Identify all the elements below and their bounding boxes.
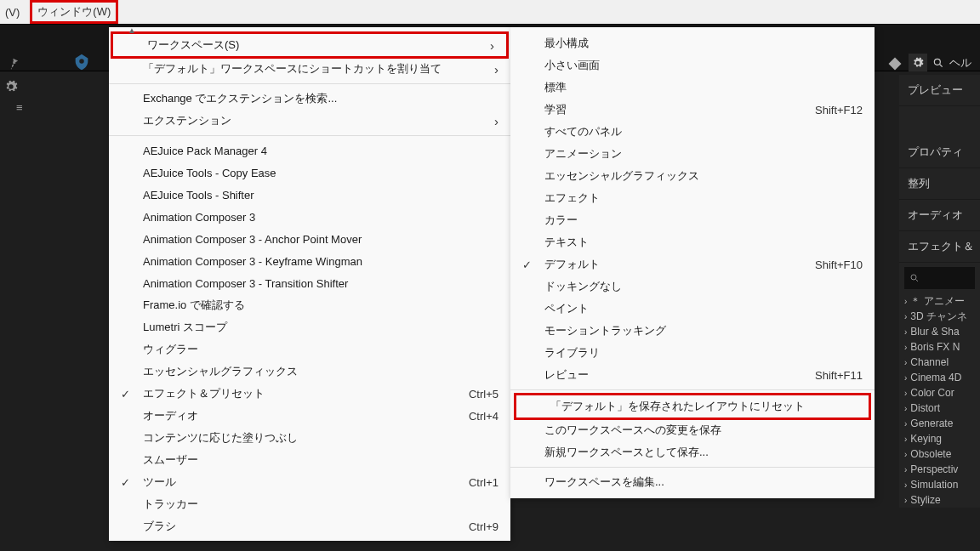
menu-shortcut: Ctrl+4 [469,410,499,423]
menu-label: エッセンシャルグラフィックス [143,364,298,379]
menu-effects-presets[interactable]: ✓ エフェクト＆プリセット Ctrl+5 [109,383,510,405]
ws-edit-workspaces[interactable]: ワークスペースを編集... [510,471,875,493]
menu-assign-shortcut[interactable]: 「デフォルト」ワークスペースにショートカットを割り当て › [109,58,510,80]
menu-ac3-anchor[interactable]: Animation Composer 3 - Anchor Point Move… [109,228,510,250]
ws-standard[interactable]: 標準 [510,77,875,99]
ws-minimal[interactable]: 最小構成 [510,32,875,54]
toolbar-icon[interactable] [72,53,91,71]
menu-label: レビュー [544,367,589,383]
tree-item[interactable]: ›Boris FX N [899,339,980,355]
help-search[interactable]: ヘル [932,55,971,71]
ws-learn[interactable]: 学習 Shift+F12 [510,99,875,121]
menu-shortcut: Shift+F10 [815,258,863,271]
menu-essential-graphics[interactable]: エッセンシャルグラフィックス [109,361,510,383]
menu-tracker[interactable]: トラッカー [109,493,510,515]
tree-item[interactable]: ›Cinema 4D [899,370,980,385]
window-menu: ▲ ワークスペース(S) › 「デフォルト」ワークスペースにショートカットを割り… [109,27,510,541]
menu-label: 最小構成 [544,36,589,51]
effects-search[interactable] [904,267,975,289]
menu-audio[interactable]: オーディオ Ctrl+4 [109,405,510,427]
ws-text[interactable]: テキスト [510,231,875,253]
menu-label: 「デフォルト」ワークスペースにショートカットを割り当て [143,61,442,77]
tree-item[interactable]: ›Blur & Sha [899,324,980,339]
menu-label: 標準 [544,80,567,95]
menu-view[interactable]: (V) [2,3,23,22]
menu-separator [510,389,875,390]
menu-label: 学習 [544,102,567,117]
ws-effect[interactable]: エフェクト [510,187,875,209]
menu-label: AEJuice Tools - Copy Ease [143,167,276,179]
tree-item[interactable]: ›Color Cor [899,385,980,400]
menu-window[interactable]: ウィンドウ(W) [30,0,118,24]
menu-label: ドッキングなし [544,279,622,294]
tree-item[interactable]: ›Distort [899,400,980,416]
menu-ac3-keyframe[interactable]: Animation Composer 3 - Keyframe Wingman [109,250,510,272]
tree-item[interactable]: ›Channel [899,355,980,370]
help-search-label: ヘル [949,55,971,71]
menu-smoother[interactable]: スムーザー [109,449,510,471]
panel-tab-properties[interactable]: プロパティ [899,137,980,168]
tree-item[interactable]: ›3D チャンネ [899,309,980,324]
menu-label: Animation Composer 3 - Transition Shifte… [143,277,348,290]
tree-item[interactable]: ›＊ アニメー [899,293,980,309]
menu-label: カラー [544,213,578,228]
ws-color[interactable]: カラー [510,209,875,231]
tree-item[interactable]: ›Stylize [899,492,980,508]
diamond-icon[interactable] [886,55,903,71]
menu-label: このワークスペースへの変更を保存 [544,423,721,438]
menu-label: Animation Composer 3 [143,211,255,224]
menu-ac3-transition[interactable]: Animation Composer 3 - Transition Shifte… [109,272,510,294]
panel-tab-preview[interactable]: プレビュー [899,75,980,106]
ws-default[interactable]: ✓ デフォルト Shift+F10 [510,253,875,276]
panel-tab-align[interactable]: 整列 [899,168,980,200]
menu-ac3[interactable]: Animation Composer 3 [109,206,510,228]
menu-exchange-search[interactable]: Exchange でエクステンションを検索... [109,88,510,110]
ws-save-as-new[interactable]: 新規ワークスペースとして保存... [510,441,875,463]
menu-label: ワークスペースを編集... [544,474,664,490]
menu-label: エッセンシャルグラフィックス [544,168,699,184]
ws-library[interactable]: ライブラリ [510,342,875,364]
check-icon: ✓ [121,476,130,489]
menu-label: ワークスペース(S) [147,37,239,53]
menu-extension[interactable]: エクステンション › [109,110,510,132]
tree-item[interactable]: ›Generate [899,416,980,431]
menu-lumetri[interactable]: Lumetri スコープ [109,316,510,338]
tree-item[interactable]: ›Obsolete [899,446,980,462]
ws-motion-tracking[interactable]: モーショントラッキング [510,320,875,342]
tree-item[interactable]: ›Perspectiv [899,462,980,477]
ws-all-panels[interactable]: すべてのパネル [510,121,875,143]
chevron-right-icon: › [490,38,494,53]
ws-save-changes[interactable]: このワークスペースへの変更を保存 [510,419,875,441]
workspace-submenu: 最小構成 小さい画面 標準 学習 Shift+F12 すべてのパネル アニメーシ… [510,27,875,498]
menu-tools[interactable]: ✓ ツール Ctrl+1 [109,471,510,493]
menu-content-fill[interactable]: コンテンツに応じた塗りつぶし [109,427,510,449]
gear-icon[interactable] [4,80,26,96]
ws-reset-default[interactable]: 「デフォルト」を保存されたレイアウトにリセット [516,395,869,418]
ws-animation[interactable]: アニメーション [510,143,875,165]
pin-icon[interactable] [6,56,21,71]
menu-shortcut: Ctrl+5 [469,388,499,400]
ws-essential-graphics[interactable]: エッセンシャルグラフィックス [510,165,875,187]
panel-tab-audio[interactable]: オーディオ [899,200,980,231]
ws-small-screen[interactable]: 小さい画面 [510,54,875,77]
menu-aejuice-shifter[interactable]: AEJuice Tools - Shifter [109,184,510,206]
tree-item[interactable]: ›Keying [899,431,980,446]
menu-brush[interactable]: ブラシ Ctrl+9 [109,515,510,537]
svg-point-0 [79,59,84,64]
menu-icon[interactable]: ≡ [16,101,26,114]
menu-aejuice-copy[interactable]: AEJuice Tools - Copy Ease [109,162,510,184]
gear-icon[interactable] [909,54,927,72]
left-icons: ≡ [0,80,26,114]
menu-aejuice-pack[interactable]: AEJuice Pack Manager 4 [109,139,510,162]
menu-separator [109,83,510,84]
ws-paint[interactable]: ペイント [510,298,875,320]
ws-review[interactable]: レビュー Shift+F11 [510,364,875,386]
menu-label: AEJuice Tools - Shifter [143,189,254,202]
ws-no-docking[interactable]: ドッキングなし [510,276,875,298]
menu-wiggler[interactable]: ウィグラー [109,338,510,361]
menu-shortcut: Ctrl+9 [469,520,499,533]
tree-item[interactable]: ›Simulation [899,477,980,492]
panel-tab-effects[interactable]: エフェクト＆ [899,231,980,263]
menu-frameio[interactable]: Frame.io で確認する [109,294,510,316]
menu-workspace[interactable]: ワークスペース(S) › [113,34,506,56]
